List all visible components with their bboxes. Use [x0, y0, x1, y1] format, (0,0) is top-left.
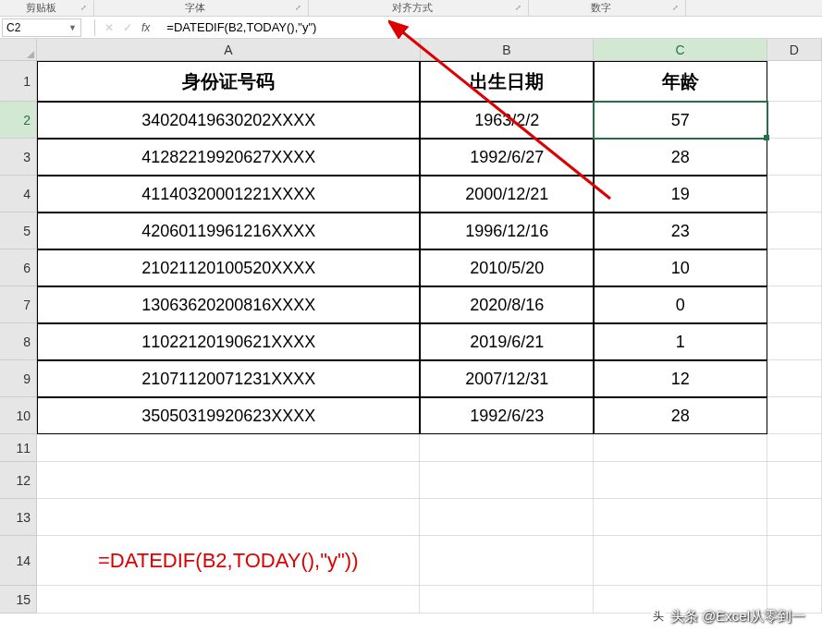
cell-D13[interactable]: [767, 499, 822, 536]
row-header-12[interactable]: 12: [0, 462, 36, 499]
cell-A8[interactable]: 11022120190621XXXX: [37, 323, 420, 360]
cell-A3[interactable]: 41282219920627XXXX: [37, 139, 420, 176]
cell-C6[interactable]: 10: [594, 249, 767, 286]
cell-A7[interactable]: 13063620200816XXXX: [37, 286, 420, 323]
cell-D2[interactable]: [767, 102, 822, 139]
ribbon-expand-icon[interactable]: ⤢: [292, 4, 304, 12]
cell-C12[interactable]: [594, 462, 767, 499]
cell-A15[interactable]: [37, 586, 420, 614]
cell-A13[interactable]: [37, 499, 420, 536]
table-row: [37, 499, 822, 536]
row-header-15[interactable]: 15: [0, 586, 36, 614]
formula-input[interactable]: [163, 18, 822, 37]
cell-B11[interactable]: [420, 434, 594, 462]
cell-C5[interactable]: 23: [594, 213, 767, 249]
ribbon-group-label: 字体: [98, 1, 292, 15]
cell-C8[interactable]: 1: [594, 323, 767, 360]
cell-D10[interactable]: [767, 397, 822, 434]
name-box[interactable]: C2 ▼: [2, 18, 81, 37]
row-header-1[interactable]: 1: [0, 61, 36, 102]
cell-C1[interactable]: 年龄: [594, 61, 767, 102]
cell-D9[interactable]: [767, 360, 822, 397]
table-row: 21071120071231XXXX2007/12/3112: [37, 360, 822, 397]
cell-A10[interactable]: 35050319920623XXXX: [37, 397, 420, 434]
cell-B1[interactable]: 出生日期: [420, 61, 594, 102]
row-header-4[interactable]: 4: [0, 176, 36, 213]
ribbon-expand-icon[interactable]: ⤢: [669, 4, 681, 12]
cell-C14[interactable]: [594, 536, 767, 586]
cell-B6[interactable]: 2010/5/20: [420, 249, 594, 286]
cell-B12[interactable]: [420, 462, 594, 499]
cell-C3[interactable]: 28: [594, 139, 767, 176]
row-header-5[interactable]: 5: [0, 213, 36, 249]
cell-B10[interactable]: 1992/6/23: [420, 397, 594, 434]
column-header-B[interactable]: B: [421, 39, 595, 60]
cell-C7[interactable]: 0: [594, 286, 767, 323]
cell-C13[interactable]: [594, 499, 767, 536]
cell-B9[interactable]: 2007/12/31: [420, 360, 594, 397]
cell-C2[interactable]: 57: [594, 102, 767, 139]
cell-D1[interactable]: [767, 61, 822, 102]
cell-A4[interactable]: 41140320001221XXXX: [37, 176, 420, 213]
cell-B4[interactable]: 2000/12/21: [420, 176, 594, 213]
row-header-3[interactable]: 3: [0, 139, 36, 176]
row-header-6[interactable]: 6: [0, 249, 36, 286]
table-row: 42060119961216XXXX1996/12/1623: [37, 213, 822, 249]
cell-A14[interactable]: =DATEDIF(B2,TODAY(),"y")): [37, 536, 420, 586]
ribbon-group-label: 剪贴板: [4, 1, 78, 15]
cell-D8[interactable]: [767, 323, 822, 360]
cell-A11[interactable]: [37, 434, 420, 462]
cell-D7[interactable]: [767, 286, 822, 323]
cell-B14[interactable]: [420, 536, 594, 586]
cell-D4[interactable]: [767, 176, 822, 213]
cell-C10[interactable]: 28: [594, 397, 767, 434]
fx-icon[interactable]: fx: [138, 21, 153, 34]
cell-B15[interactable]: [420, 586, 594, 614]
formula-bar-buttons: ✕ ✓ fx: [81, 19, 163, 36]
ribbon-expand-icon[interactable]: ⤢: [78, 4, 90, 12]
cell-B8[interactable]: 2019/6/21: [420, 323, 594, 360]
table-row: 13063620200816XXXX2020/8/160: [37, 286, 822, 323]
table-row: [37, 462, 822, 499]
cell-B2[interactable]: 1963/2/2: [420, 102, 594, 139]
column-header-C[interactable]: C: [594, 39, 767, 60]
cell-C11[interactable]: [594, 434, 767, 462]
row-header-9[interactable]: 9: [0, 360, 36, 397]
column-header-A[interactable]: A: [37, 39, 421, 60]
cell-D3[interactable]: [767, 139, 822, 176]
table-row: 41140320001221XXXX2000/12/2119: [37, 176, 822, 213]
watermark: 头 头条 @Excel从零到一: [650, 608, 805, 626]
cell-D14[interactable]: [767, 536, 822, 586]
cell-D5[interactable]: [767, 213, 822, 249]
cell-D6[interactable]: [767, 249, 822, 286]
select-all-corner[interactable]: [0, 39, 37, 61]
cell-C4[interactable]: 19: [594, 176, 767, 213]
cell-A12[interactable]: [37, 462, 420, 499]
cell-B7[interactable]: 2020/8/16: [420, 286, 594, 323]
ribbon-expand-icon[interactable]: ⤢: [512, 4, 524, 12]
row-header-8[interactable]: 8: [0, 323, 36, 360]
cell-C9[interactable]: 12: [594, 360, 767, 397]
cell-A9[interactable]: 21071120071231XXXX: [37, 360, 420, 397]
row-headers: 123456789101112131415: [0, 61, 37, 614]
cell-A6[interactable]: 21021120100520XXXX: [37, 249, 420, 286]
row-header-13[interactable]: 13: [0, 499, 36, 536]
cells-container: 身份证号码出生日期年龄34020419630202XXXX1963/2/2574…: [37, 61, 822, 614]
cell-D11[interactable]: [767, 434, 822, 462]
cell-B5[interactable]: 1996/12/16: [420, 213, 594, 249]
row-header-10[interactable]: 10: [0, 397, 36, 434]
row-header-2[interactable]: 2: [0, 102, 36, 139]
cell-D12[interactable]: [767, 462, 822, 499]
cell-A1[interactable]: 身份证号码: [37, 61, 420, 102]
name-box-dropdown-icon[interactable]: ▼: [68, 23, 77, 32]
cell-B13[interactable]: [420, 499, 594, 536]
cell-A2[interactable]: 34020419630202XXXX: [37, 102, 420, 139]
ribbon-group-字体: 字体⤢: [94, 0, 309, 16]
table-row: 11022120190621XXXX2019/6/211: [37, 323, 822, 360]
row-header-11[interactable]: 11: [0, 434, 36, 462]
column-header-D[interactable]: D: [767, 39, 822, 60]
row-header-14[interactable]: 14: [0, 536, 36, 586]
cell-A5[interactable]: 42060119961216XXXX: [37, 213, 420, 249]
row-header-7[interactable]: 7: [0, 286, 36, 323]
cell-B3[interactable]: 1992/6/27: [420, 139, 594, 176]
